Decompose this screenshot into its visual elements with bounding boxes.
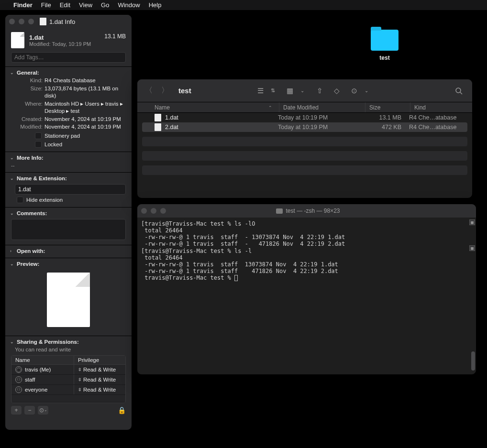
document-icon <box>155 114 161 121</box>
section-header-general[interactable]: ⌄ General: <box>5 69 132 76</box>
section-header-moreinfo[interactable]: ⌄ More Info: <box>5 154 132 162</box>
info-titlebar[interactable]: 1.dat Info <box>5 15 132 28</box>
term-line: -rw-rw-rw-@ 1 travis staff 471826 Nov 4 … <box>141 268 338 274</box>
scrollbar-thumb[interactable] <box>471 351 475 371</box>
perm-header-priv[interactable]: Privilege <box>74 356 125 364</box>
section-header-sharing[interactable]: ⌄ Sharing & Permissions: <box>5 338 132 346</box>
minimize-button[interactable] <box>151 208 156 214</box>
menu-view[interactable]: View <box>79 1 92 9</box>
value-kind: R4 Cheats Database <box>44 77 126 85</box>
file-kind: R4 Che…atabase <box>405 114 467 121</box>
perm-row[interactable]: ⚇staff ⇳Read & Write <box>11 375 125 385</box>
permissions-summary: You can read and write <box>5 346 132 355</box>
close-button[interactable] <box>9 19 15 24</box>
chevron-down-icon: ⌄ <box>10 211 15 216</box>
name-extension-input[interactable]: 1.dat <box>15 184 126 195</box>
section-title: Comments: <box>17 210 47 216</box>
row-stripe <box>142 151 467 161</box>
lock-icon[interactable]: 🔒 <box>118 406 126 414</box>
group-icon[interactable]: ▦ <box>285 87 295 95</box>
label-modified: Modified: <box>17 123 43 131</box>
term-line: travis@Traviss-Mac test % <box>141 274 234 281</box>
section-title: Open with: <box>17 248 45 254</box>
section-header-comments[interactable]: ⌄ Comments: <box>5 209 132 217</box>
add-user-button[interactable]: + <box>11 406 22 415</box>
finder-file-list: 1.dat Today at 10:19 PM 13.1 MB R4 Che…a… <box>137 113 472 175</box>
app-menu[interactable]: Finder <box>13 1 33 9</box>
menu-edit[interactable]: Edit <box>60 1 70 9</box>
col-header-name[interactable]: Name⌃ <box>137 102 279 112</box>
perm-header-name[interactable]: Name <box>11 356 74 364</box>
perm-priv: Read & Write <box>83 367 116 372</box>
section-openwith: › Open with: <box>5 245 132 258</box>
info-modified-value: Today, 10:19 PM <box>52 41 91 47</box>
col-header-size[interactable]: Size <box>365 102 410 112</box>
zoom-button[interactable] <box>160 208 166 214</box>
zoom-button[interactable] <box>28 19 34 24</box>
term-line: total 26464 <box>141 254 183 261</box>
file-size: 13.1 MB <box>360 114 405 121</box>
more-icon[interactable]: ⊙ <box>349 87 359 95</box>
file-row[interactable]: 2.dat Today at 10:19 PM 472 KB R4 Che…at… <box>142 122 467 132</box>
desktop-folder-test[interactable]: test <box>369 30 400 61</box>
file-kind: R4 Che…atabase <box>405 124 467 131</box>
term-line: [travis@Traviss-Mac test % ls -l ] <box>141 248 476 254</box>
forward-button[interactable]: 〉 <box>160 86 170 96</box>
folder-icon <box>371 30 398 51</box>
perm-row-empty <box>11 395 125 403</box>
tags-input[interactable]: Add Tags… <box>11 52 126 63</box>
term-line: [travis@Traviss-Mac test % ls -lO ] <box>141 220 476 227</box>
section-header-openwith[interactable]: › Open with: <box>5 247 132 255</box>
search-icon[interactable] <box>455 87 465 95</box>
terminal-titlebar[interactable]: test — -zsh — 98×23 <box>137 204 476 218</box>
locked-checkbox[interactable] <box>35 141 42 148</box>
chevron-down-icon: ⌄ <box>10 70 15 75</box>
col-header-kind[interactable]: Kind <box>410 102 472 112</box>
updown-icon[interactable]: ⇅ <box>267 87 278 94</box>
chevron-down-icon[interactable]: ⌄ <box>297 88 308 93</box>
menu-file[interactable]: File <box>41 1 51 9</box>
file-row[interactable]: 1.dat Today at 10:19 PM 13.1 MB R4 Che…a… <box>142 113 467 122</box>
section-moreinfo: ⌄ More Info: -- <box>5 152 132 172</box>
menu-help[interactable]: Help <box>149 1 162 9</box>
preview-document-icon <box>47 273 90 327</box>
document-icon <box>40 18 46 25</box>
col-header-date[interactable]: Date Modified <box>279 102 365 112</box>
stationery-checkbox[interactable] <box>35 132 42 139</box>
file-size: 472 KB <box>360 124 405 131</box>
perm-priv: Read & Write <box>83 377 116 382</box>
info-window-title: 1.dat Info <box>49 18 75 25</box>
minimize-button[interactable] <box>19 19 24 24</box>
comments-input[interactable] <box>11 219 126 240</box>
share-icon[interactable]: ⇧ <box>314 87 325 95</box>
section-header-preview[interactable]: ⌄ Preview: <box>5 260 132 268</box>
row-stripe <box>142 137 467 146</box>
back-button[interactable]: 〈 <box>144 86 154 96</box>
locked-label: Locked <box>44 142 62 147</box>
menu-window[interactable]: Window <box>118 1 140 9</box>
file-date: Today at 10:19 PM <box>274 124 360 131</box>
section-title: Name & Extension: <box>17 175 67 181</box>
menu-go[interactable]: Go <box>101 1 109 9</box>
finder-toolbar: 〈 〉 test ☰ ⇅ ▦ ⌄ ⇧ ◇ ⊙ ⌄ <box>137 79 472 102</box>
view-list-icon[interactable]: ☰ <box>255 87 266 95</box>
sort-caret-icon: ⌃ <box>268 105 272 110</box>
close-button[interactable] <box>141 208 147 214</box>
chevron-down-icon: ⌄ <box>10 339 15 344</box>
section-name-ext: ⌄ Name & Extension: 1.dat Hide extension <box>5 172 132 207</box>
perm-row[interactable]: ◯travis (Me) ⇳Read & Write <box>11 365 125 375</box>
chevron-down-icon[interactable]: ⌄ <box>361 88 372 93</box>
action-menu-button[interactable]: ⊙⌄ <box>38 406 48 415</box>
label-where: Where: <box>17 100 43 115</box>
terminal-body[interactable]: [travis@Traviss-Mac test % ls -lO ] tota… <box>137 218 476 374</box>
remove-user-button[interactable]: − <box>24 406 35 415</box>
desktop-folder-label: test <box>369 55 400 61</box>
section-title: Preview: <box>17 261 39 267</box>
folder-icon <box>276 208 283 214</box>
traffic-lights <box>141 208 166 214</box>
section-header-name-ext[interactable]: ⌄ Name & Extension: <box>5 175 132 182</box>
hide-extension-checkbox[interactable] <box>17 197 23 203</box>
tag-icon[interactable]: ◇ <box>332 87 342 95</box>
perm-row[interactable]: ⚇everyone ⇳Read & Write <box>11 385 125 395</box>
term-line: total 26464 <box>141 227 183 234</box>
